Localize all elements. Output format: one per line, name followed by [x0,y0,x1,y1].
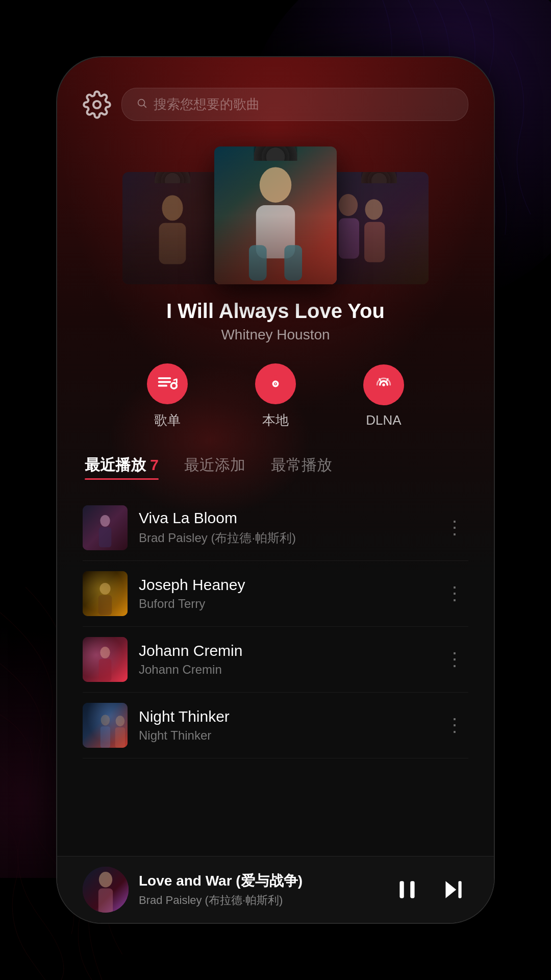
now-playing-thumb [83,867,129,913]
tabs-bar: 最近播放 7 最近添加 最常播放 [83,455,468,480]
nav-local-icon-bg [255,363,296,404]
svg-point-22 [100,646,110,658]
nav-playlist-label: 歌单 [154,411,181,429]
song-thumb-2 [83,571,128,616]
nav-playlist[interactable]: 歌单 [147,363,188,429]
settings-button[interactable] [83,90,111,119]
nav-local[interactable]: 本地 [255,363,296,429]
song-more-3[interactable]: ⋮ [440,649,468,670]
now-playing-title: Love and War (爱与战争) [139,871,382,891]
svg-point-15 [275,383,277,385]
svg-point-26 [115,716,124,726]
search-placeholder: 搜索您想要的歌曲 [154,95,260,113]
song-item-4[interactable]: Night Thinker Night Thinker ⋮ [83,693,468,758]
svg-rect-31 [410,881,414,898]
svg-point-18 [100,514,110,526]
album-carousel [83,141,468,284]
svg-rect-30 [399,881,404,898]
song-info-2: Joseph Heaney Buford Terry [139,576,429,611]
svg-point-11 [171,383,177,388]
song-name-1: Viva La Bloom [139,509,429,527]
svg-point-17 [382,383,385,386]
navigation-icons: 歌单 本地 [83,363,468,429]
song-thumb-3 [83,637,128,682]
svg-rect-25 [100,726,110,748]
song-info-3: Johann Cremin Johann Cremin [139,642,429,677]
pause-button[interactable] [392,874,422,905]
song-artist-4: Night Thinker [139,728,429,743]
nav-dlna[interactable]: DLNA [363,364,404,428]
current-song-artist: Whitney Houston [83,327,468,343]
player-controls [392,874,468,905]
nav-dlna-icon-bg [363,364,404,405]
nav-local-label: 本地 [262,411,289,429]
song-artist-3: Johann Cremin [139,663,429,677]
song-info-4: Night Thinker Night Thinker [139,708,429,743]
song-thumb-4 [83,703,128,748]
album-card-center[interactable] [214,146,337,284]
song-more-2[interactable]: ⋮ [440,583,468,604]
album-card-left[interactable] [122,172,222,284]
song-item-1[interactable]: Viva La Bloom Brad Paisley (布拉德·帕斯利) ⋮ [83,495,468,561]
song-artist-1: Brad Paisley (布拉德·帕斯利) [139,530,429,546]
tab-recent-add[interactable]: 最近添加 [184,455,245,480]
svg-point-20 [99,583,110,595]
svg-rect-19 [99,527,112,547]
song-item-3[interactable]: Johann Cremin Johann Cremin ⋮ [83,627,468,693]
album-card-right[interactable] [329,172,429,284]
song-name-2: Joseph Heaney [139,576,429,594]
song-info-1: Viva La Bloom Brad Paisley (布拉德·帕斯利) [139,509,429,546]
song-item-2[interactable]: Joseph Heaney Buford Terry ⋮ [83,561,468,627]
svg-rect-23 [99,658,112,681]
skip-button[interactable] [438,874,468,905]
song-name-4: Night Thinker [139,708,429,725]
search-bar[interactable]: 搜索您想要的歌曲 [121,88,468,121]
current-song-info: I Will Always Love You Whitney Houston [83,300,468,343]
song-name-3: Johann Cremin [139,642,429,659]
svg-rect-32 [458,881,461,898]
svg-point-24 [101,715,110,725]
tab-most-play[interactable]: 最常播放 [271,455,332,480]
search-icon [136,97,147,112]
song-thumb-1 [83,505,128,550]
song-more-1[interactable]: ⋮ [440,517,468,538]
current-song-title: I Will Always Love You [83,300,468,323]
now-playing-bar: Love and War (爱与战争) Brad Paisley (布拉德·帕斯… [57,856,494,923]
svg-rect-29 [98,888,113,913]
nav-dlna-label: DLNA [366,412,401,428]
now-playing-info: Love and War (爱与战争) Brad Paisley (布拉德·帕斯… [139,871,382,908]
now-playing-artist: Brad Paisley (布拉德·帕斯利) [139,893,382,908]
tab-recent-play-count: 7 [150,456,159,473]
svg-point-28 [99,872,112,887]
song-more-4[interactable]: ⋮ [440,715,468,736]
song-artist-2: Buford Terry [139,597,429,611]
svg-rect-27 [115,727,124,748]
header: 搜索您想要的歌曲 [83,88,468,121]
phone-shell: 搜索您想要的歌曲 [56,56,495,924]
tab-recent-play[interactable]: 最近播放 7 [85,455,159,480]
svg-rect-21 [98,595,112,616]
nav-playlist-icon-bg [147,363,188,404]
